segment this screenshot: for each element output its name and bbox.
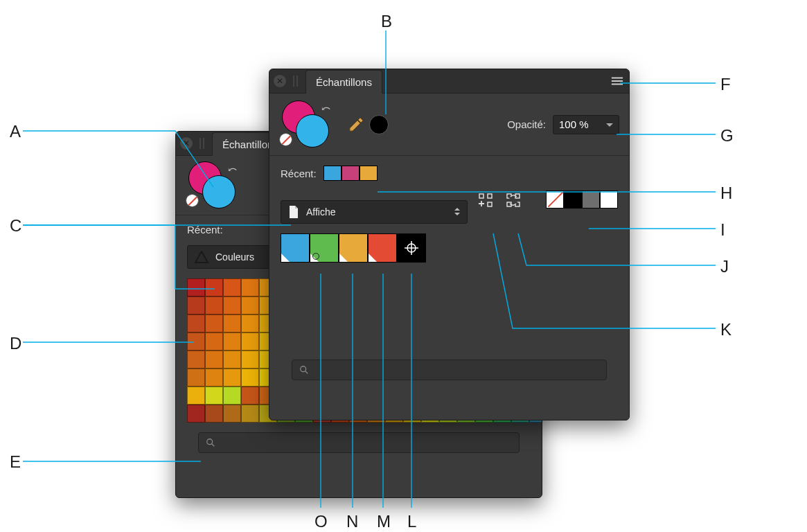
grid-swatch[interactable] bbox=[241, 405, 259, 423]
unlink-swatch-button[interactable] bbox=[504, 190, 523, 210]
callout-D: D bbox=[10, 334, 22, 353]
grid-swatch[interactable] bbox=[241, 351, 259, 369]
grid-swatch[interactable] bbox=[187, 387, 205, 405]
callout-I: I bbox=[720, 220, 725, 240]
svg-line-9 bbox=[508, 195, 518, 205]
grid-swatch[interactable] bbox=[205, 387, 223, 405]
palette-swatch[interactable] bbox=[310, 233, 339, 263]
tab-swatches[interactable]: Échantillons bbox=[305, 70, 382, 94]
callout-B: B bbox=[381, 12, 393, 31]
recent-swatch[interactable] bbox=[323, 166, 342, 181]
document-palette-icon bbox=[288, 205, 299, 219]
callout-J: J bbox=[720, 257, 729, 276]
swap-colors-icon[interactable]: ⤺ bbox=[228, 163, 237, 176]
palette-swatch[interactable] bbox=[368, 233, 397, 263]
callout-M: M bbox=[377, 512, 391, 531]
grid-swatch[interactable] bbox=[187, 278, 205, 296]
app-palette-icon bbox=[195, 251, 209, 263]
grid-swatch[interactable] bbox=[223, 314, 241, 332]
grid-swatch[interactable] bbox=[223, 387, 241, 405]
callout-N: N bbox=[346, 512, 359, 531]
palette-swatches bbox=[281, 233, 618, 263]
grid-swatch[interactable] bbox=[241, 387, 259, 405]
color-selector: ⤺ Opacité: 100 % bbox=[269, 94, 629, 156]
grid-swatch[interactable] bbox=[223, 351, 241, 369]
svg-line-1 bbox=[212, 444, 215, 447]
grid-swatch[interactable] bbox=[223, 405, 241, 423]
grid-swatch[interactable] bbox=[205, 314, 223, 332]
callout-C: C bbox=[10, 216, 22, 236]
drag-handle-icon[interactable] bbox=[199, 138, 206, 149]
stepper-icon[interactable] bbox=[453, 205, 461, 218]
panel-header: ✕ Échantillons bbox=[269, 69, 629, 94]
palette-name: Affiche bbox=[306, 206, 336, 218]
drag-handle-icon[interactable] bbox=[293, 76, 300, 87]
panel-menu-button[interactable] bbox=[610, 73, 625, 89]
grid-swatch[interactable] bbox=[205, 369, 223, 387]
grid-swatch[interactable] bbox=[223, 332, 241, 351]
callout-K: K bbox=[720, 320, 732, 339]
callout-L: L bbox=[407, 512, 417, 531]
callout-E: E bbox=[10, 452, 21, 472]
grid-swatch[interactable] bbox=[187, 314, 205, 332]
palette-swatch[interactable] bbox=[281, 233, 310, 263]
stroke-color-well[interactable] bbox=[296, 114, 329, 148]
svg-rect-3 bbox=[488, 194, 492, 198]
base-swatch[interactable] bbox=[564, 190, 582, 209]
opacity-value: 100 % bbox=[559, 118, 589, 130]
stroke-color-well[interactable] bbox=[202, 175, 236, 209]
add-swatch-from-document-button[interactable] bbox=[476, 190, 495, 210]
recent-label: Récent: bbox=[281, 168, 317, 179]
close-button[interactable]: ✕ bbox=[274, 75, 286, 87]
base-swatch[interactable] bbox=[600, 190, 618, 209]
close-button[interactable]: ✕ bbox=[180, 137, 193, 150]
search-field[interactable] bbox=[292, 360, 607, 380]
swatches-panel-front: ✕ Échantillons ⤺ Opacité: 100 % Récent: bbox=[269, 69, 630, 420]
swap-colors-icon[interactable]: ⤺ bbox=[321, 102, 330, 115]
grid-swatch[interactable] bbox=[205, 296, 223, 314]
callout-H: H bbox=[720, 184, 733, 203]
sampled-color-well[interactable] bbox=[369, 115, 389, 134]
grid-swatch[interactable] bbox=[187, 296, 205, 314]
palette-swatch[interactable] bbox=[339, 233, 368, 263]
palette-dropdown[interactable]: Affiche bbox=[281, 200, 468, 224]
svg-rect-2 bbox=[479, 194, 484, 198]
callout-O: O bbox=[314, 512, 328, 531]
svg-line-12 bbox=[305, 371, 308, 374]
grid-swatch[interactable] bbox=[223, 369, 241, 387]
recent-swatch[interactable] bbox=[342, 166, 360, 181]
callout-A: A bbox=[10, 122, 21, 141]
grid-swatch[interactable] bbox=[241, 369, 259, 387]
none-color-icon[interactable] bbox=[186, 194, 199, 207]
grid-swatch[interactable] bbox=[205, 405, 223, 423]
none-swatch[interactable] bbox=[546, 190, 564, 209]
base-swatch[interactable] bbox=[582, 190, 600, 209]
grid-swatch[interactable] bbox=[187, 405, 205, 423]
svg-point-0 bbox=[207, 439, 213, 445]
search-field[interactable] bbox=[198, 432, 520, 453]
grid-swatch[interactable] bbox=[187, 369, 205, 387]
grid-swatch[interactable] bbox=[223, 278, 241, 296]
callout-G: G bbox=[720, 126, 734, 145]
opacity-field[interactable]: 100 % bbox=[553, 115, 619, 134]
grid-swatch[interactable] bbox=[223, 296, 241, 314]
grid-swatch[interactable] bbox=[241, 296, 259, 314]
grid-swatch[interactable] bbox=[241, 314, 259, 332]
grid-swatch[interactable] bbox=[205, 332, 223, 351]
registration-swatch[interactable] bbox=[397, 233, 426, 263]
grid-swatch[interactable] bbox=[187, 332, 205, 351]
opacity-label: Opacité: bbox=[507, 118, 546, 130]
grid-swatch[interactable] bbox=[187, 351, 205, 369]
grid-swatch[interactable] bbox=[205, 351, 223, 369]
eyedropper-button[interactable] bbox=[347, 116, 365, 134]
svg-point-11 bbox=[301, 366, 306, 372]
recent-swatch[interactable] bbox=[360, 166, 378, 181]
grid-swatch[interactable] bbox=[241, 332, 259, 351]
recent-swatches bbox=[323, 166, 378, 181]
grid-swatch[interactable] bbox=[241, 278, 259, 296]
svg-rect-4 bbox=[488, 202, 492, 206]
base-swatches bbox=[546, 190, 618, 209]
grid-swatch[interactable] bbox=[205, 278, 223, 296]
none-color-icon[interactable] bbox=[279, 133, 292, 146]
recent-label: Récent: bbox=[187, 224, 223, 236]
